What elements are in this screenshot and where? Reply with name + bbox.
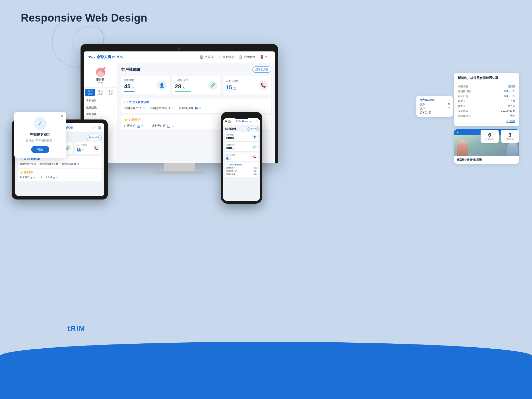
activity-value-analysis[interactable]: 2: [169, 107, 170, 110]
home-icon-phone[interactable]: 🏠: [228, 120, 231, 123]
phone-activity-new-customer: 新增準客戶 8 次: [226, 167, 257, 169]
desktop-camera: [178, 47, 181, 50]
stat-divider-total: [124, 91, 135, 92]
person-silhouette-1: [457, 140, 468, 156]
section-header: 客戶匯總覽 新增客戶匯: [121, 66, 271, 73]
phone-icon-people: 👤: [252, 135, 257, 139]
bg-wave: [0, 342, 532, 399]
sidebar-item-insurance-advice[interactable]: 投保建議›: [84, 104, 117, 111]
chevron-icon: ›: [114, 99, 115, 102]
phone-main: 客戶匯總覽 新增客戶匯 客戶總數 8888 人 👤 已綁定保戶 888 人 �: [223, 125, 260, 180]
tablet-icon-phone: 📞: [93, 145, 99, 151]
notice-row-notice-date: 照會日期 109-01-20: [458, 95, 515, 98]
sidebar-item-customer-mgmt[interactable]: 客戶管理›: [84, 97, 117, 104]
add-customer-button[interactable]: 新增客戶匯: [252, 66, 271, 73]
notice-val-policy-no: 0101244744: [501, 109, 515, 113]
stat-value-contact[interactable]: 15: [226, 84, 232, 91]
notice-row-insured: 要保人 王＊美: [458, 99, 515, 103]
mini-stat-num-2: 3: [504, 132, 516, 138]
sidebar-user: 王筱君 真理: [84, 65, 117, 88]
phone-add-btn[interactable]: 新增客戶匯: [248, 127, 258, 131]
activity-value-proposal[interactable]: 10: [195, 107, 198, 110]
activity-item-proposal: 新增建議書 10 件: [179, 106, 201, 110]
chevron-icon: ›: [114, 106, 115, 109]
stat-value-total: 45: [124, 83, 130, 90]
forest-title[interactable]: 台大森林103: [420, 98, 450, 102]
settings-icon-tablet[interactable]: ⚙️: [98, 126, 102, 130]
phone-stat-total: 客戶總數 8888 人 👤: [225, 132, 258, 141]
sidebar-item-policy-service[interactable]: 保單服務›: [84, 111, 117, 118]
nav-logout[interactable]: 🚪 登出: [260, 55, 271, 59]
mini-stat-label-2: 即將失效: [504, 138, 516, 141]
phone-stat-bound: 已綁定保戶 888 人 🔗: [225, 142, 258, 151]
sidebar-tab-customer[interactable]: 客戶經營: [85, 89, 95, 96]
nav-news[interactable]: ✉️ 最新消息: [217, 55, 234, 59]
sidebar-tab-global[interactable]: 全球資源: [105, 89, 116, 96]
fav-item-week: 近七天釘選 16 人: [151, 124, 174, 128]
logout-icon: 🚪: [260, 55, 264, 59]
stat-label-bound: 已綁定保戶 ⓘ: [175, 78, 191, 82]
forest-notification: 台大森林103 保戶3 保戶2 109-01-20: [416, 96, 453, 117]
phone-nav-left: ☰ 🏠: [225, 120, 231, 123]
mini-stat-num-1: 6: [484, 132, 496, 138]
alert-close-icon[interactable]: ✕: [61, 114, 64, 118]
trim-label: tRIM: [68, 324, 85, 333]
logo-text: 全球人壽 mPOS: [97, 55, 123, 59]
stat-value-bound: 28: [175, 83, 181, 90]
mini-stat-recent-lapse: 6 近期停效: [481, 130, 499, 143]
fav-value-week[interactable]: 16: [167, 124, 170, 128]
mini-stat-label-1: 近期停效: [484, 138, 496, 141]
activity-value-new-customer[interactable]: 8: [140, 107, 141, 110]
tablet-add-btn[interactable]: 新增客戶匯: [87, 135, 102, 140]
alert-desc: 已完成mPOS密碼變更！: [18, 139, 62, 142]
phone-outer: ☰ 🏠 全球人壽 mPOS ✉️ 客戶匯總覽 新增客戶匯 客戶總數 8888: [221, 112, 262, 204]
user-badge: [103, 67, 106, 70]
meetings-icon: 📋: [238, 55, 242, 59]
phone-mockup: ☰ 🏠 全球人壽 mPOS ✉️ 客戶匯總覽 新增客戶匯 客戶總數 8888: [221, 112, 262, 204]
phone-stat-contact: 近七天聯繫 88 次 📞: [225, 152, 258, 161]
stat-label-contact: 近七天聯繫: [226, 79, 239, 83]
notice-row-policy-no: 保單號碼 0101244744: [458, 109, 515, 113]
notice-action: 📋 照會: [458, 119, 515, 123]
chevron-icon: ›: [114, 120, 115, 122]
fav-value-total[interactable]: 36: [137, 124, 140, 128]
app-nav: 🏠 回首頁 ✉️ 最新消息 📋 照會/會辦 🚪 登出: [200, 55, 271, 59]
phone-icon-link: 🔗: [252, 145, 257, 149]
notice-val-notice-date: 109-01-20: [503, 95, 515, 98]
sidebar-tab-personal[interactable]: 個人/組織: [95, 89, 105, 96]
activity-item-analysis: 新增需求分析 2 件: [150, 106, 174, 110]
logo-icon: [88, 54, 95, 60]
mail-icon-tablet[interactable]: ✉️: [92, 126, 96, 130]
notice-action-link[interactable]: 📋 照會: [506, 120, 515, 123]
hamburger-icon-phone[interactable]: ☰: [225, 120, 227, 123]
mini-stat-soon-expire: 3 即將失效: [501, 130, 519, 143]
video-label: 樂活退休終身領e直覺: [454, 156, 519, 164]
tablet-favorites: ⭐ 釘選客戶 釘選客戶 36 人 近七天釘選 16 人: [18, 169, 102, 181]
tablet-stat-contact: 近七天聯繫 88 次 📞: [75, 142, 102, 154]
phone-activity-analysis: 新增需求分析 2 件: [226, 170, 257, 172]
phone-nav-right: ✉️: [256, 120, 258, 123]
notice-val-status: 已回覆: [508, 85, 515, 88]
phone-screen: ☰ 🏠 全球人壽 mPOS ✉️ 客戶匯總覽 新增客戶匯 客戶總數 8888: [223, 118, 260, 201]
activity-row: 新增準客戶 8 次 新增需求分析 2 件 新增建議書 1: [124, 106, 268, 110]
alert-confirm-button[interactable]: 確認: [31, 146, 49, 153]
mail-icon-phone[interactable]: ✉️: [256, 120, 258, 123]
mail-icon: ✉️: [124, 101, 128, 104]
activity-item-new-customer: 新增準客戶 8 次: [124, 106, 145, 110]
star-icon: ⭐: [124, 118, 128, 122]
forest-row-3: 109-01-20: [420, 111, 450, 114]
nav-meetings[interactable]: 📋 照會/會辦: [238, 55, 256, 59]
alert-modal: ✕ ✓ 密碼變更成功 已完成mPOS密碼變更！ 確認: [14, 112, 66, 158]
right-mini-cards: 6 近期停效 3 即將失效: [481, 130, 519, 143]
forest-row-1: 保戶3: [420, 103, 450, 107]
phone-logo: 全球人壽 mPOS: [236, 120, 251, 123]
star-icon-tablet: ⭐: [20, 171, 23, 174]
section-title: 客戶匯總覽: [121, 67, 141, 72]
stat-icon-phone: 📞: [259, 81, 268, 90]
nav-home[interactable]: 🏠 回首頁: [200, 55, 213, 59]
phone-header: ☰ 🏠 全球人壽 mPOS ✉️: [223, 118, 260, 125]
stat-icon-people: 👤: [157, 81, 167, 90]
app-header: 全球人壽 mPOS 🏠 回首頁 ✉️ 最新消息 📋 照會/會辦: [84, 51, 275, 63]
notice-card: 新契約／核保照會催辦通知單 回覆狀態 已回覆 應回覆日期 109-01-20 照…: [454, 73, 519, 126]
stat-icon-link: 🔗: [208, 81, 217, 90]
